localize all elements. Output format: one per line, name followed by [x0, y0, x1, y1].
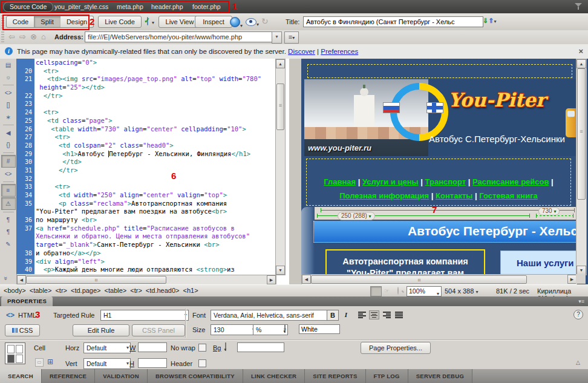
- code-line-wrap-3[interactable]: height="25"></td>: [36, 83, 275, 92]
- code-line-wrap-0[interactable]: cellspacing="0">: [36, 59, 275, 67]
- vert-combo[interactable]: Default▾: [83, 358, 131, 369]
- results-tab-ftp-log[interactable]: FTP LOG: [366, 369, 408, 383]
- nav-link-1[interactable]: Главная: [324, 177, 356, 186]
- tag-selector-item-3[interactable]: <tr>: [55, 287, 67, 294]
- code-line-24[interactable]: <tr>: [36, 108, 275, 117]
- bold-button[interactable]: B: [327, 310, 339, 321]
- code-vertical-scrollbar[interactable]: ▲ ≡ ▼: [275, 59, 286, 275]
- tag-selector-item-2[interactable]: <table>: [30, 287, 52, 294]
- code-line-22[interactable]: </tr>: [36, 92, 275, 100]
- code-line-23[interactable]: [36, 100, 275, 108]
- view-options-icon[interactable]: ≡▾: [284, 31, 299, 44]
- properties-tab[interactable]: PROPERTIES: [1, 296, 53, 306]
- nav-link-3[interactable]: Транспорт: [425, 177, 466, 186]
- nav-link-4[interactable]: Расписание рейсов: [472, 177, 549, 186]
- horz-combo[interactable]: Default▾: [83, 342, 131, 353]
- preferences-link[interactable]: Preferences: [321, 48, 358, 55]
- no-wrap-checkbox[interactable]: [198, 344, 206, 352]
- promo-box[interactable]: Автотранспортная компания "You-Piter" пр…: [325, 249, 485, 274]
- remove-comment-icon[interactable]: ¶: [2, 226, 15, 238]
- site-nav-menu[interactable]: Главная | Услуги и цены | Транспорт | Ра…: [306, 159, 571, 206]
- code-line-39[interactable]: <div align="left">: [36, 258, 275, 266]
- collapse-selection-icon[interactable]: []: [2, 99, 15, 111]
- highlight-invalid-code-icon[interactable]: <>: [2, 168, 15, 180]
- code-line-27[interactable]: <tr>: [36, 133, 275, 142]
- code-line-34[interactable]: <td width="250" align="center" valign="t…: [36, 191, 275, 200]
- apply-comment-icon[interactable]: ¶: [2, 214, 15, 226]
- zoom-tool-icon[interactable]: [393, 286, 403, 295]
- results-tab-search[interactable]: SEARCH: [0, 369, 42, 383]
- table-width-label-730[interactable]: 730 ▾: [538, 207, 560, 215]
- results-tab-reference[interactable]: REFERENCE: [42, 369, 95, 383]
- code-line-wrap-18[interactable]: "You-Piter" предлагает вам поездки на ав…: [36, 208, 275, 216]
- design-view-button[interactable]: Design: [60, 16, 94, 28]
- inspect-button[interactable]: Inspect: [195, 16, 232, 28]
- code-line-21[interactable]: <td><img src="images/page_top.png" alt="…: [36, 75, 275, 83]
- tab-source-code[interactable]: Source Code: [3, 2, 53, 12]
- stop-icon[interactable]: ⊗: [30, 32, 37, 42]
- table-width-line-730[interactable]: [321, 210, 575, 211]
- select-parent-tag-icon[interactable]: ◀: [2, 127, 15, 139]
- table-width-line-segment[interactable]: [536, 215, 573, 216]
- format-source-code-icon[interactable]: ✎: [2, 238, 15, 250]
- collapse-full-tag-icon[interactable]: <>: [2, 87, 15, 99]
- bg-color-swatch[interactable]: [225, 342, 226, 351]
- magnification-combo[interactable]: 100% ▾: [407, 286, 442, 296]
- code-horizontal-scrollbar[interactable]: ◀ ≡ ▶: [16, 275, 276, 285]
- italic-button[interactable]: I: [341, 310, 351, 319]
- toolbar-grip[interactable]: [1, 15, 4, 28]
- text-color-swatch[interactable]: [284, 324, 286, 333]
- tag-selector-item-8[interactable]: <h1>: [183, 287, 198, 294]
- tab-you-piter-style-css[interactable]: you_piter_style.css: [54, 2, 108, 11]
- html-mode-icon[interactable]: <>: [6, 311, 15, 319]
- edit-rule-button[interactable]: Edit Rule: [73, 324, 129, 336]
- code-line-20[interactable]: <tr>: [36, 67, 275, 76]
- empty-table-row-outline[interactable]: [307, 64, 572, 78]
- results-tab-link-checker[interactable]: LINK CHECKER: [243, 369, 305, 383]
- design-view-pane[interactable]: You-Piter Автобус С.Петербург-Хельсинки …: [301, 59, 588, 284]
- tab-header-php[interactable]: header.php: [151, 2, 183, 11]
- code-line-25[interactable]: <td class="page">: [36, 117, 275, 125]
- text-color-input[interactable]: [299, 324, 340, 334]
- check-browser-compatibility-icon[interactable]: ▾: [137, 16, 155, 28]
- align-center-icon[interactable]: [369, 310, 379, 319]
- tag-selector-item-7[interactable]: <td.head0>: [146, 287, 180, 294]
- bg-color-input[interactable]: [237, 342, 284, 352]
- panel-menu-icon[interactable]: ▾≡: [578, 298, 584, 304]
- code-line-28[interactable]: <td colspan="2" class="head0">: [36, 142, 275, 150]
- hand-tool-icon[interactable]: ☞: [382, 286, 392, 295]
- header-checkbox[interactable]: [198, 359, 206, 367]
- code-navigator-icon[interactable]: ☼: [2, 71, 15, 83]
- collapse-panel-icon[interactable]: △: [576, 359, 580, 365]
- code-line-31[interactable]: </tr>: [36, 166, 275, 175]
- tab-meta-php[interactable]: meta.php: [117, 2, 143, 11]
- design-canvas[interactable]: You-Piter Автобус С.Петербург-Хельсинки …: [301, 59, 576, 274]
- word-wrap-icon[interactable]: ≡: [1, 184, 16, 197]
- file-management-icon[interactable]: ⇓⇑▾: [483, 17, 496, 25]
- visual-aids-icon[interactable]: ▾: [246, 18, 259, 27]
- balance-braces-icon[interactable]: {}: [2, 139, 15, 151]
- filter-related-files-icon[interactable]: [575, 3, 582, 10]
- forward-icon[interactable]: ⇨: [19, 32, 26, 42]
- nav-link-2[interactable]: Услуги и цены: [362, 177, 419, 186]
- align-left-icon[interactable]: [357, 310, 367, 319]
- page-heading-banner[interactable]: Автобус Петербург - Хельсинки: [313, 221, 576, 243]
- w-input[interactable]: [138, 342, 167, 352]
- code-view-button[interactable]: Code: [6, 16, 35, 28]
- targeted-rule-combo[interactable]: H1▾: [100, 310, 189, 321]
- split-cell-icon[interactable]: ⊞: [47, 358, 53, 366]
- tag-selector-item-6[interactable]: <tr>: [130, 287, 142, 294]
- design-horizontal-scrollbar[interactable]: ◀ ≡ ▶: [301, 274, 577, 284]
- address-bar-grip[interactable]: [1, 31, 4, 42]
- size-unit-combo[interactable]: %▾: [253, 324, 288, 335]
- code-line-40[interactable]: <p>Каждый день многие люди отправляются …: [36, 266, 275, 274]
- size-combo[interactable]: 130▾: [211, 324, 256, 335]
- home-icon[interactable]: ⌂: [41, 32, 46, 42]
- results-tab-site-reports[interactable]: SITE REPORTS: [305, 369, 365, 383]
- nav-link-7[interactable]: Гостевая книга: [479, 191, 538, 200]
- code-line-30[interactable]: </td>: [36, 158, 275, 166]
- code-line-33[interactable]: <tr>: [36, 183, 275, 191]
- live-code-button[interactable]: Live Code: [98, 16, 142, 28]
- design-vertical-scrollbar[interactable]: ▲ ≡ ▼: [576, 59, 587, 275]
- code-line-38[interactable]: и обратно</a></p>: [36, 249, 275, 258]
